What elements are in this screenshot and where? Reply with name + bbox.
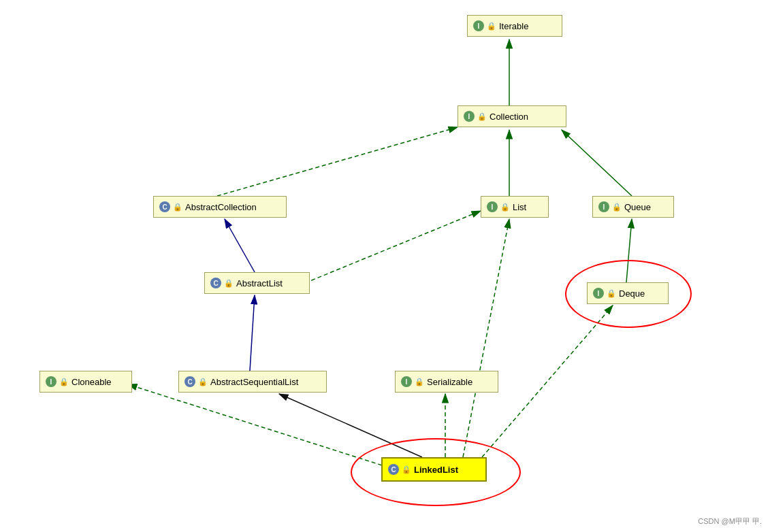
icon-linked-list: C bbox=[388, 464, 399, 475]
svg-line-11 bbox=[250, 295, 255, 371]
svg-line-5 bbox=[217, 127, 458, 196]
icon-abstract-sequential-list: C bbox=[185, 376, 195, 387]
icon-cloneable: I bbox=[46, 376, 57, 387]
label-list: List bbox=[513, 202, 526, 212]
node-cloneable: I 🔒 Cloneable bbox=[39, 371, 132, 393]
node-serializable: I 🔒 Serializable bbox=[395, 371, 498, 393]
icon-deque: I bbox=[593, 288, 604, 299]
node-queue: I 🔒 Queue bbox=[592, 196, 674, 218]
icon-iterable: I bbox=[473, 20, 484, 31]
icon-abstract-list: C bbox=[210, 278, 221, 288]
node-linked-list: C 🔒 LinkedList bbox=[381, 457, 487, 482]
node-collection: I 🔒 Collection bbox=[458, 105, 566, 127]
label-serializable: Serializable bbox=[427, 377, 472, 387]
svg-line-10 bbox=[626, 219, 632, 282]
label-cloneable: Cloneable bbox=[71, 377, 112, 387]
svg-line-8 bbox=[225, 219, 255, 272]
label-iterable: Iterable bbox=[499, 21, 528, 31]
node-iterable: I 🔒 Iterable bbox=[467, 15, 562, 37]
label-deque: Deque bbox=[619, 288, 645, 299]
label-collection: Collection bbox=[490, 112, 528, 122]
node-abstract-sequential-list: C 🔒 AbstractSequentialList bbox=[178, 371, 327, 393]
icon-queue: I bbox=[598, 201, 609, 212]
icon-list: I bbox=[487, 201, 498, 212]
svg-line-16 bbox=[482, 305, 613, 457]
svg-line-12 bbox=[279, 394, 422, 457]
watermark: CSDN @M甲甲 甲. bbox=[698, 516, 762, 527]
svg-line-15 bbox=[463, 219, 509, 457]
node-abstract-list: C 🔒 AbstractList bbox=[204, 272, 310, 294]
diagram-container: I 🔒 Iterable I 🔒 Collection C 🔒 Abstract… bbox=[0, 0, 770, 532]
icon-abstract-collection: C bbox=[159, 201, 170, 212]
icon-serializable: I bbox=[401, 376, 412, 387]
label-linked-list: LinkedList bbox=[414, 465, 458, 475]
svg-line-13 bbox=[128, 384, 395, 469]
node-list: I 🔒 List bbox=[481, 196, 549, 218]
icon-collection: I bbox=[464, 111, 475, 122]
label-abstract-sequential-list: AbstractSequentialList bbox=[210, 377, 298, 387]
arrows-svg bbox=[0, 0, 770, 532]
node-deque: I 🔒 Deque bbox=[587, 282, 669, 304]
label-queue: Queue bbox=[624, 202, 651, 212]
label-abstract-collection: AbstractCollection bbox=[185, 202, 257, 212]
node-abstract-collection: C 🔒 AbstractCollection bbox=[153, 196, 287, 218]
label-abstract-list: AbstractList bbox=[236, 278, 283, 288]
svg-line-7 bbox=[562, 130, 632, 196]
svg-line-9 bbox=[305, 211, 481, 283]
